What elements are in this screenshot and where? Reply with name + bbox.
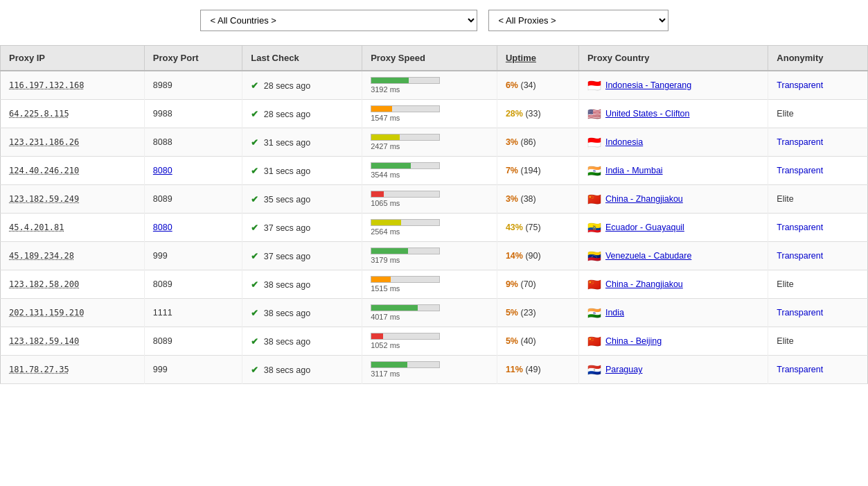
country-link[interactable]: Indonesia - Tangerang xyxy=(605,80,691,90)
speed-bar-fill xyxy=(371,305,418,311)
speed-bar-track xyxy=(371,219,440,226)
speed-cell: 1065 ms xyxy=(362,185,497,214)
anonymity-value: Transparent xyxy=(777,308,823,318)
country-link[interactable]: Ecuador - Guayaquil xyxy=(605,223,684,232)
check-icon: ✔ xyxy=(251,110,260,119)
country-link[interactable]: India xyxy=(605,308,624,318)
country-link[interactable]: China - Zhangjiakou xyxy=(605,194,683,204)
last-check-cell: ✔ 37 secs ago xyxy=(242,242,362,270)
country-flag: 🇻🇪 xyxy=(587,250,601,263)
speed-ms-label: 4017 ms xyxy=(371,313,488,321)
anonymity-cell: Elite xyxy=(768,185,868,214)
speed-bar-container: 4017 ms xyxy=(371,304,488,321)
speed-ms-label: 3179 ms xyxy=(371,256,488,264)
uptime-percentage: 14% xyxy=(506,251,523,261)
anonymity-value: Elite xyxy=(777,109,793,119)
speed-bar-track xyxy=(371,134,440,141)
speed-ms-label: 3544 ms xyxy=(371,171,488,179)
anonymity-cell: Transparent xyxy=(768,71,868,100)
check-icon: ✔ xyxy=(251,280,260,290)
speed-bar-container: 2427 ms xyxy=(371,134,488,150)
uptime-count: (90) xyxy=(523,251,541,261)
anonymity-value: Transparent xyxy=(777,251,823,261)
uptime-cell: 14% (90) xyxy=(497,242,578,270)
col-header-country: Proxy Country xyxy=(578,46,768,71)
uptime-count: (23) xyxy=(518,308,536,318)
table-row: 45.4.201.818080✔ 37 secs ago2564 ms43% (… xyxy=(1,214,868,242)
speed-bar-track xyxy=(371,162,440,169)
last-check-cell: ✔ 38 secs ago xyxy=(242,270,362,299)
country-link[interactable]: India - Mumbai xyxy=(605,166,663,175)
country-container: 🇨🇳China - Zhangjiakou xyxy=(587,193,759,206)
uptime-count: (70) xyxy=(518,279,536,289)
speed-bar-track xyxy=(371,304,440,311)
speed-bar-track xyxy=(371,191,440,198)
col-header-port: Proxy Port xyxy=(144,46,242,71)
anonymity-value: Elite xyxy=(777,279,793,289)
country-flag: 🇮🇳 xyxy=(587,306,601,320)
country-link[interactable]: Indonesia xyxy=(605,137,643,147)
proxy-port-value: 8089 xyxy=(153,279,172,289)
speed-cell: 3117 ms xyxy=(362,356,497,384)
last-check-cell: ✔ 31 secs ago xyxy=(242,157,362,185)
proxy-port-value: 9988 xyxy=(153,109,172,119)
check-icon: ✔ xyxy=(251,166,260,176)
anonymity-cell: Transparent xyxy=(768,356,868,384)
proxy-ip: 123.182.59.140 xyxy=(9,336,79,346)
last-check-cell: ✔ 35 secs ago xyxy=(242,185,362,214)
anonymity-value: Elite xyxy=(777,194,793,204)
country-cell: 🇨🇳China - Zhangjiakou xyxy=(578,270,768,299)
uptime-percentage: 7% xyxy=(506,166,518,175)
uptime-cell: 43% (75) xyxy=(497,214,578,242)
col-header-ip: Proxy IP xyxy=(1,46,145,71)
country-cell: 🇮🇳India xyxy=(578,299,768,327)
last-check-value: 37 secs ago xyxy=(264,223,310,233)
last-check-value: 38 secs ago xyxy=(264,337,310,347)
speed-bar-track xyxy=(371,333,440,340)
uptime-cell: 3% (86) xyxy=(497,128,578,157)
speed-ms-label: 1515 ms xyxy=(371,284,488,293)
speed-ms-label: 3192 ms xyxy=(371,85,488,94)
last-check-value: 28 secs ago xyxy=(264,81,310,91)
speed-cell: 3192 ms xyxy=(362,71,497,100)
speed-bar-fill xyxy=(371,134,400,140)
anonymity-cell: Transparent xyxy=(768,299,868,327)
country-container: 🇨🇳China - Beijing xyxy=(587,335,759,348)
filter-bar: < All Countries >IndonesiaUnited StatesI… xyxy=(0,0,868,45)
country-link[interactable]: China - Zhangjiakou xyxy=(605,279,683,289)
country-link[interactable]: United States - Clifton xyxy=(605,109,690,119)
speed-bar-fill xyxy=(371,362,407,367)
proxy-ip-cell: 181.78.27.35 xyxy=(1,356,145,384)
speed-bar-fill xyxy=(371,248,408,254)
speed-cell: 1547 ms xyxy=(362,100,497,128)
proxies-select[interactable]: < All Proxies >HTTPHTTPSSOCKS4SOCKS5 xyxy=(488,10,668,31)
uptime-count: (38) xyxy=(518,194,536,204)
last-check-cell: ✔ 37 secs ago xyxy=(242,214,362,242)
speed-bar-track xyxy=(371,105,440,112)
uptime-cell: 5% (23) xyxy=(497,299,578,327)
proxy-ip-cell: 45.4.201.81 xyxy=(1,214,145,242)
country-flag: 🇨🇳 xyxy=(587,335,601,348)
proxy-port-link[interactable]: 8080 xyxy=(153,223,172,232)
country-link[interactable]: China - Beijing xyxy=(605,336,662,346)
speed-cell: 4017 ms xyxy=(362,299,497,327)
table-row: 123.182.59.1408089✔ 38 secs ago1052 ms5%… xyxy=(1,327,868,356)
country-link[interactable]: Paraguay xyxy=(605,365,643,374)
proxy-ip-cell: 123.231.186.26 xyxy=(1,128,145,157)
country-container: 🇮🇳India - Mumbai xyxy=(587,164,759,177)
speed-bar-fill xyxy=(371,333,383,339)
proxy-port-cell: 1111 xyxy=(144,299,242,327)
proxy-port-link[interactable]: 8080 xyxy=(153,166,172,175)
proxy-ip-cell: 124.40.246.210 xyxy=(1,157,145,185)
uptime-percentage: 43% xyxy=(506,223,523,232)
uptime-percentage: 9% xyxy=(506,279,518,289)
table-header: Proxy IP Proxy Port Last Check Proxy Spe… xyxy=(1,46,868,71)
speed-bar-container: 1052 ms xyxy=(371,333,488,349)
countries-select[interactable]: < All Countries >IndonesiaUnited StatesI… xyxy=(200,10,477,31)
uptime-cell: 9% (70) xyxy=(497,270,578,299)
country-link[interactable]: Venezuela - Cabudare xyxy=(605,251,691,261)
table-row: 123.231.186.268088✔ 31 secs ago2427 ms3%… xyxy=(1,128,868,157)
proxy-port-cell: 8080 xyxy=(144,214,242,242)
speed-cell: 3544 ms xyxy=(362,157,497,185)
speed-ms-label: 1547 ms xyxy=(371,114,488,122)
